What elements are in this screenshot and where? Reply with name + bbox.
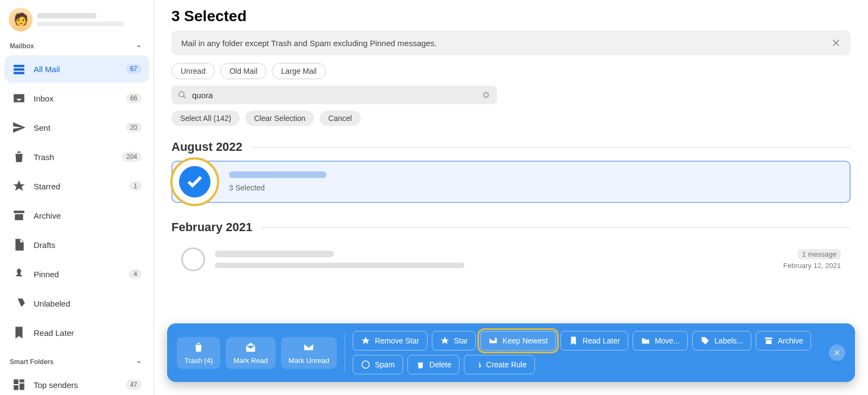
account-name-placeholder bbox=[37, 13, 145, 26]
star-icon bbox=[440, 336, 450, 346]
filter-old-mail[interactable]: Old Mail bbox=[220, 63, 266, 79]
filter-unread[interactable]: Unread bbox=[171, 63, 215, 79]
clear-selection-button[interactable]: Clear Selection bbox=[245, 111, 314, 126]
avatar: 🧑 bbox=[9, 8, 33, 31]
action-labels[interactable]: Labels... bbox=[692, 331, 751, 351]
action-bar-secondary: Remove Star Star Keep Newest Read Later … bbox=[353, 331, 824, 374]
thread-preview-placeholder bbox=[215, 263, 464, 268]
action-archive[interactable]: Archive bbox=[756, 331, 812, 351]
action-trash-label: Trash (4) bbox=[184, 356, 213, 365]
action-create-rule-label: Create Rule bbox=[486, 360, 527, 369]
sidebar-item-label: Inbox bbox=[34, 94, 118, 103]
action-bar-separator bbox=[344, 334, 345, 372]
close-icon[interactable] bbox=[831, 38, 841, 48]
action-remove-star[interactable]: Remove Star bbox=[353, 331, 427, 351]
thread-subtext: 3 Selected bbox=[229, 183, 840, 192]
trash-icon bbox=[416, 360, 425, 369]
bookmark-icon bbox=[569, 336, 578, 346]
action-remove-star-label: Remove Star bbox=[375, 336, 419, 345]
sidebar-item-unlabeled[interactable]: Unlabeled bbox=[4, 290, 149, 317]
pin-icon bbox=[12, 267, 26, 281]
action-star[interactable]: Star bbox=[432, 331, 476, 351]
action-mark-read[interactable]: Mark Read bbox=[226, 337, 276, 369]
svg-point-2 bbox=[362, 361, 369, 368]
search-icon bbox=[178, 91, 187, 99]
sidebar-item-count: 4 bbox=[129, 269, 142, 279]
clear-search-icon[interactable] bbox=[482, 91, 490, 99]
group-header-aug-2022: August 2022 bbox=[171, 140, 851, 154]
folder-icon bbox=[641, 336, 650, 346]
sidebar-item-label: All Mail bbox=[34, 65, 118, 74]
thread-meta: 1 message February 12, 2021 bbox=[783, 249, 841, 270]
account-header[interactable]: 🧑 bbox=[4, 5, 149, 38]
sidebar-item-count: 67 bbox=[126, 64, 142, 74]
thread-body bbox=[215, 251, 774, 268]
action-move[interactable]: Move... bbox=[633, 331, 688, 351]
sidebar-item-label: Drafts bbox=[34, 240, 142, 250]
action-mark-read-label: Mark Read bbox=[233, 356, 268, 365]
action-bar-close[interactable] bbox=[829, 345, 845, 361]
sidebar-item-sent[interactable]: Sent 20 bbox=[4, 114, 149, 141]
search-input[interactable] bbox=[192, 91, 476, 100]
selection-circle[interactable] bbox=[181, 247, 205, 271]
filter-large-mail[interactable]: Large Mail bbox=[272, 63, 326, 79]
check-icon bbox=[186, 173, 204, 191]
sidebar-item-count: 20 bbox=[126, 123, 142, 132]
sidebar-item-read-later[interactable]: Read Later bbox=[4, 319, 149, 346]
document-icon bbox=[12, 238, 26, 252]
mail-open-icon bbox=[245, 341, 257, 353]
page-title: 3 Selected bbox=[171, 0, 851, 25]
sidebar-item-inbox[interactable]: Inbox 66 bbox=[4, 85, 149, 112]
filter-settings-icon[interactable] bbox=[331, 65, 343, 77]
thread-message-count: 1 message bbox=[797, 249, 841, 259]
section-smart-folders-header[interactable]: Smart Folders bbox=[4, 354, 149, 370]
svg-point-0 bbox=[179, 92, 184, 97]
sidebar-item-label: Unlabeled bbox=[34, 299, 142, 308]
star-icon bbox=[12, 179, 26, 193]
sidebar-item-count: 204 bbox=[122, 152, 142, 162]
filter-row: Unread Old Mail Large Mail bbox=[171, 63, 851, 79]
action-archive-label: Archive bbox=[778, 336, 803, 345]
select-all-button[interactable]: Select All (142) bbox=[171, 111, 240, 126]
sidebar-item-top-senders[interactable]: Top senders 47 bbox=[4, 371, 149, 395]
trash-icon bbox=[193, 341, 205, 353]
group-label: February 2021 bbox=[171, 220, 252, 234]
sidebar-item-starred[interactable]: Starred 1 bbox=[4, 173, 149, 200]
archive-icon bbox=[764, 336, 774, 346]
thread-unselected[interactable]: 1 message February 12, 2021 bbox=[171, 240, 851, 279]
action-move-label: Move... bbox=[655, 336, 680, 345]
group-header-feb-2021: February 2021 bbox=[171, 220, 851, 234]
action-read-later[interactable]: Read Later bbox=[560, 331, 628, 351]
section-smart-label: Smart Folders bbox=[10, 358, 54, 366]
action-labels-label: Labels... bbox=[714, 336, 743, 345]
section-mailbox-header[interactable]: Mailbox bbox=[4, 38, 149, 54]
action-delete[interactable]: Delete bbox=[407, 355, 459, 374]
action-trash[interactable]: Trash (4) bbox=[177, 337, 220, 369]
inbox-stack-icon bbox=[12, 62, 26, 76]
sidebar-item-trash[interactable]: Trash 204 bbox=[4, 143, 149, 170]
sidebar-item-pinned[interactable]: Pinned 4 bbox=[4, 260, 149, 288]
tag-icon bbox=[700, 336, 710, 346]
selection-row: Select All (142) Clear Selection Cancel bbox=[171, 111, 851, 126]
action-create-rule[interactable]: Create Rule bbox=[464, 355, 535, 374]
sidebar-item-all-mail[interactable]: All Mail 67 bbox=[4, 55, 149, 82]
archive-icon bbox=[12, 208, 26, 222]
sidebar-item-label: Read Later bbox=[34, 328, 142, 337]
mail-icon bbox=[303, 341, 315, 353]
action-spam-label: Spam bbox=[375, 360, 395, 369]
sidebar-item-drafts[interactable]: Drafts bbox=[4, 231, 149, 258]
thread-sender-placeholder bbox=[229, 171, 327, 178]
action-keep-newest[interactable]: Keep Newest bbox=[480, 331, 556, 351]
section-mailbox-label: Mailbox bbox=[10, 42, 34, 50]
action-spam[interactable]: Spam bbox=[353, 355, 403, 374]
sidebar-item-count: 47 bbox=[126, 380, 142, 390]
search-box[interactable] bbox=[171, 86, 497, 104]
thread-selected[interactable]: 3 Selected bbox=[171, 161, 851, 203]
action-mark-unread[interactable]: Mark Unread bbox=[281, 337, 337, 369]
selection-checkmark[interactable] bbox=[179, 166, 210, 197]
chevron-up-icon bbox=[134, 41, 144, 51]
sidebar-item-archive[interactable]: Archive bbox=[4, 202, 149, 229]
sidebar-item-label: Top senders bbox=[34, 380, 118, 390]
cancel-selection-button[interactable]: Cancel bbox=[320, 111, 361, 126]
action-bar: Trash (4) Mark Read Mark Unread Remove S… bbox=[167, 323, 855, 382]
